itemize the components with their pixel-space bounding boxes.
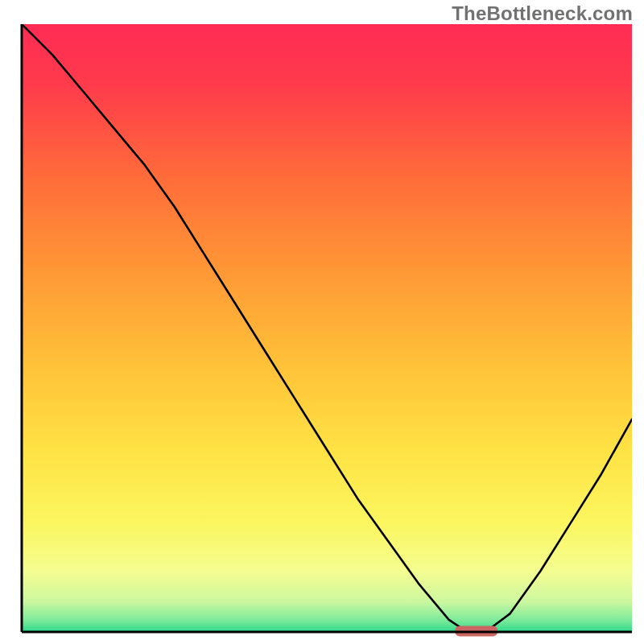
gradient-background xyxy=(22,24,632,632)
chart-canvas: TheBottleneck.com xyxy=(0,0,644,644)
watermark-text: TheBottleneck.com xyxy=(452,2,633,25)
plot-area xyxy=(0,0,644,644)
